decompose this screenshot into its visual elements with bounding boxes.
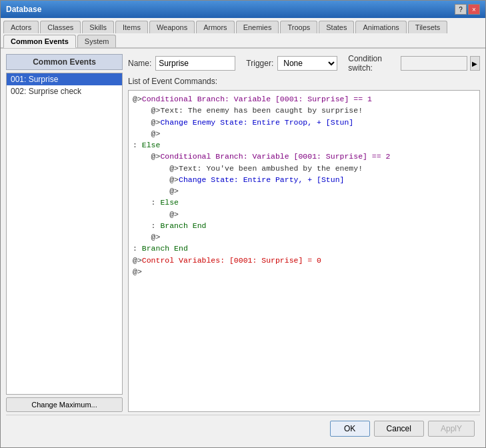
list-item-002[interactable]: 002: Surprise check [7,85,122,97]
tab-system[interactable]: System [77,35,117,47]
name-group: Name: [128,56,235,71]
event-line: : Branch End [133,243,475,254]
event-line: : Branch End [133,220,475,231]
tab-actors[interactable]: Actors [3,21,39,33]
event-line: @> [133,185,475,197]
event-list[interactable]: 001: Surprise002: Surprise check [6,73,123,395]
title-bar-buttons: ? × [455,4,480,15]
event-line: @> [133,231,475,243]
condition-switch-button[interactable]: ▶ [470,56,480,71]
event-line: @>Control Variables: [0001: Surprise] = … [133,255,475,266]
event-line: : Else [133,197,475,208]
tab-tilesets[interactable]: Tilesets [408,21,448,33]
left-panel: Common Events 001: Surprise002: Surprise… [6,54,123,412]
event-line: @> [133,209,475,220]
event-line: @>Text: The enemy has been caught by sur… [133,105,475,116]
database-window: Database ? × ActorsClassesSkillsItemsWea… [0,0,486,448]
tab-states[interactable]: States [319,21,354,33]
close-button[interactable]: × [468,4,480,15]
left-panel-title: Common Events [6,54,123,70]
tab-skills[interactable]: Skills [82,21,114,33]
tab-enemies[interactable]: Enemies [236,21,279,33]
change-max-button[interactable]: Change Maximum... [6,397,123,412]
trigger-group: Trigger: NoneAutorunParallel [246,56,337,71]
event-line: @>Conditional Branch: Variable [0001: Su… [133,93,475,105]
title-bar: Database ? × [1,1,485,18]
event-line: @>Change Enemy State: Entire Troop, + [S… [133,117,475,128]
tab-troops[interactable]: Troops [280,21,317,33]
main-area: Common Events 001: Surprise002: Surprise… [6,54,480,412]
tabs-bar: ActorsClassesSkillsItemsWeaponsArmorsEne… [1,18,485,49]
form-row: Name: Trigger: NoneAutorunParallel Condi… [128,54,480,73]
event-list-label: List of Event Commands: [128,77,480,86]
tab-items[interactable]: Items [115,21,148,33]
trigger-label: Trigger: [246,59,273,68]
list-item-001[interactable]: 001: Surprise [7,73,122,85]
condition-switch-input[interactable] [401,56,467,71]
event-line: @> [133,266,475,277]
name-input[interactable] [155,56,235,71]
trigger-select[interactable]: NoneAutorunParallel [277,56,337,71]
tab-armors[interactable]: Armors [196,21,234,33]
tab-common-events[interactable]: Common Events [3,35,76,48]
tab-weapons[interactable]: Weapons [149,21,195,33]
ok-button[interactable]: OK [330,421,370,437]
event-line: : Else [133,139,475,151]
event-line: @> [133,128,475,139]
condition-switch-label: Condition switch: [348,54,398,73]
apply-button[interactable]: ApplY [428,421,475,437]
right-panel: Name: Trigger: NoneAutorunParallel Condi… [128,54,480,412]
cancel-button[interactable]: Cancel [374,421,424,437]
bottom-bar: OK Cancel ApplY [6,415,480,442]
event-commands-list[interactable]: @>Conditional Branch: Variable [0001: Su… [128,90,480,412]
event-line: @>Conditional Branch: Variable [0001: Su… [133,151,475,162]
event-line: @>Change State: Entire Party, + [Stun] [133,174,475,185]
main-content: Common Events 001: Surprise002: Surprise… [1,49,485,447]
tab-classes[interactable]: Classes [40,21,81,33]
help-button[interactable]: ? [455,4,467,15]
tab-animations[interactable]: Animations [355,21,406,33]
event-line: @>Text: You've been ambushed by the enem… [133,163,475,174]
window-title: Database [6,5,41,14]
name-label: Name: [128,59,151,68]
condition-switch-group: Condition switch: ▶ [348,54,480,73]
